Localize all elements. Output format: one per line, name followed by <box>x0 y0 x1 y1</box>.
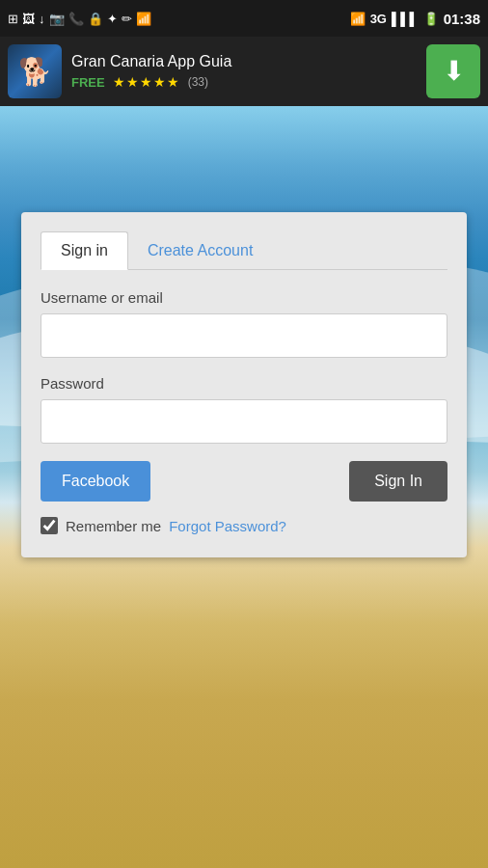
phone-icon: 📞 <box>68 12 84 26</box>
network-label: 3G <box>370 12 387 26</box>
battery-icon: 🔋 <box>423 12 439 26</box>
status-bar: ⊞ 🖼 ↓ 📷 📞 🔒 ✦ ✏ 📶 📶 3G ▌▌▌ 🔋 01:38 <box>0 0 488 37</box>
remember-me-checkbox[interactable] <box>41 517 58 534</box>
password-label: Password <box>41 375 447 392</box>
app-stars: ★★★★★ <box>113 74 180 90</box>
tab-create-account[interactable]: Create Account <box>128 232 272 269</box>
tab-bar: Sign in Create Account <box>41 231 447 270</box>
camera-icon: 📷 <box>49 12 65 26</box>
remember-me-row: Remember me Forgot Password? <box>41 517 447 534</box>
app-info: Gran Canaria App Guia FREE ★★★★★ (33) <box>71 53 417 90</box>
app-bar: 🐕 Gran Canaria App Guia FREE ★★★★★ (33) … <box>0 37 488 106</box>
app-icon: 🐕 <box>8 44 62 98</box>
status-icons-left: ⊞ 🖼 ↓ 📷 📞 🔒 ✦ ✏ 📶 <box>8 12 151 26</box>
add-icon: ⊞ <box>8 12 18 26</box>
app-title: Gran Canaria App Guia <box>71 53 417 70</box>
status-time: 01:38 <box>444 11 480 27</box>
download-icon: ⬇ <box>443 58 465 85</box>
username-input[interactable] <box>41 313 447 358</box>
app-meta: FREE ★★★★★ (33) <box>71 74 417 90</box>
bluetooth-icon: ✦ <box>107 12 118 26</box>
signal-icon: 📶 <box>350 12 366 26</box>
download-icon: ↓ <box>39 12 45 26</box>
download-button[interactable]: ⬇ <box>426 44 480 98</box>
bars-icon: ▌▌▌ <box>392 12 419 26</box>
tab-signin[interactable]: Sign in <box>41 231 128 270</box>
app-rating-count: (33) <box>188 75 208 89</box>
remember-me-label: Remember me <box>66 518 161 534</box>
login-card: Sign in Create Account Username or email… <box>21 212 467 557</box>
username-label: Username or email <box>41 289 447 306</box>
image-icon: 🖼 <box>22 12 35 26</box>
status-icons-right: 📶 3G ▌▌▌ 🔋 01:38 <box>350 11 480 27</box>
lock-icon: 🔒 <box>88 12 103 26</box>
password-input[interactable] <box>41 399 447 444</box>
stylus-icon: ✏ <box>122 12 132 26</box>
buttons-row: Facebook Sign In <box>41 461 447 502</box>
wifi-icon: 📶 <box>136 12 151 26</box>
forgot-password-link[interactable]: Forgot Password? <box>169 518 286 534</box>
app-icon-emoji: 🐕 <box>18 56 52 88</box>
app-free-badge: FREE <box>71 75 105 90</box>
signin-button[interactable]: Sign In <box>349 461 447 502</box>
facebook-button[interactable]: Facebook <box>41 461 150 502</box>
